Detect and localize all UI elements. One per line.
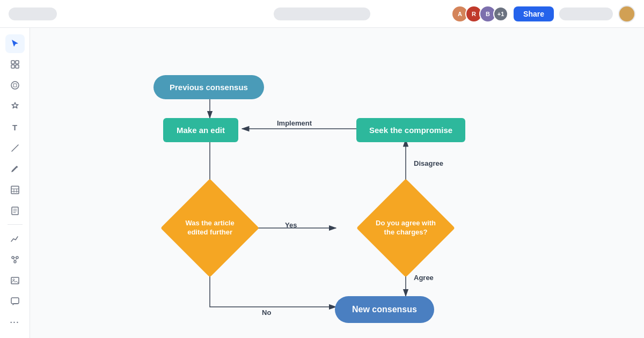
svg-rect-15 (11, 277, 19, 284)
svg-rect-10 (11, 186, 19, 194)
agree-label: Agree (414, 274, 434, 282)
do-agree-label: Do you agree with the charges? (371, 217, 441, 239)
avatar-group: A R B +1 (451, 5, 508, 23)
make-edit-label: Make an edit (163, 118, 238, 142)
make-edit-node: Make an edit (163, 118, 238, 142)
sidebar-item-pen[interactable] (5, 160, 25, 179)
topbar-search-bar[interactable] (274, 8, 370, 20)
no-label: No (262, 308, 271, 317)
do-agree-node: Do you agree with the charges? (371, 193, 441, 263)
sidebar-item-more[interactable]: ··· (5, 313, 25, 332)
yes-label: Yes (285, 221, 297, 229)
sidebar-item-diagram[interactable] (5, 250, 25, 269)
svg-point-12 (12, 256, 14, 259)
sidebar-item-line[interactable] (5, 139, 25, 158)
svg-rect-7 (11, 65, 14, 68)
flowchart: Previous consensus Make an edit Seek the… (127, 60, 502, 338)
previous-consensus-label: Previous consensus (153, 75, 264, 99)
topbar-input[interactable] (559, 8, 613, 20)
topbar-right: A R B +1 Share (451, 5, 635, 23)
new-consensus-label: New consensus (335, 296, 434, 323)
svg-rect-8 (16, 65, 19, 68)
topbar-left (9, 8, 57, 20)
user-avatar[interactable] (618, 5, 635, 23)
svg-point-9 (11, 82, 19, 89)
sidebar-item-note[interactable] (5, 202, 25, 221)
implement-label: Implement (277, 119, 312, 127)
canvas[interactable]: Previous consensus Make an edit Seek the… (30, 28, 644, 338)
sidebar-item-star[interactable] (5, 97, 25, 116)
sidebar-item-shapes[interactable] (5, 76, 25, 95)
sidebar: T ··· (0, 28, 30, 338)
sidebar-item-cursor[interactable] (5, 34, 25, 53)
svg-rect-5 (11, 61, 14, 64)
topbar-center (274, 8, 370, 20)
topbar: A R B +1 Share (0, 0, 644, 28)
svg-point-13 (16, 256, 18, 259)
seek-compromise-node: Seek the compromise (356, 118, 465, 142)
sidebar-divider (8, 224, 23, 225)
was-edited-label: Was the article edited further (175, 217, 245, 239)
svg-point-14 (14, 261, 16, 263)
new-consensus-node: New consensus (335, 296, 434, 323)
avatar-badge: +1 (493, 6, 508, 21)
disagree-label: Disagree (414, 159, 443, 167)
previous-consensus-node: Previous consensus (153, 75, 264, 99)
svg-rect-6 (16, 61, 19, 64)
topbar-title (9, 8, 57, 20)
svg-rect-17 (11, 298, 19, 304)
sidebar-item-grid[interactable] (5, 55, 25, 74)
seek-compromise-label: Seek the compromise (356, 118, 465, 142)
sidebar-item-chart[interactable] (5, 229, 25, 248)
was-edited-node: Was the article edited further (175, 193, 245, 263)
sidebar-item-table[interactable] (5, 181, 25, 200)
sidebar-item-comment[interactable] (5, 292, 25, 311)
sidebar-item-image[interactable] (5, 271, 25, 290)
share-button[interactable]: Share (514, 6, 554, 21)
sidebar-item-text[interactable]: T (5, 118, 25, 137)
svg-point-16 (13, 279, 14, 281)
